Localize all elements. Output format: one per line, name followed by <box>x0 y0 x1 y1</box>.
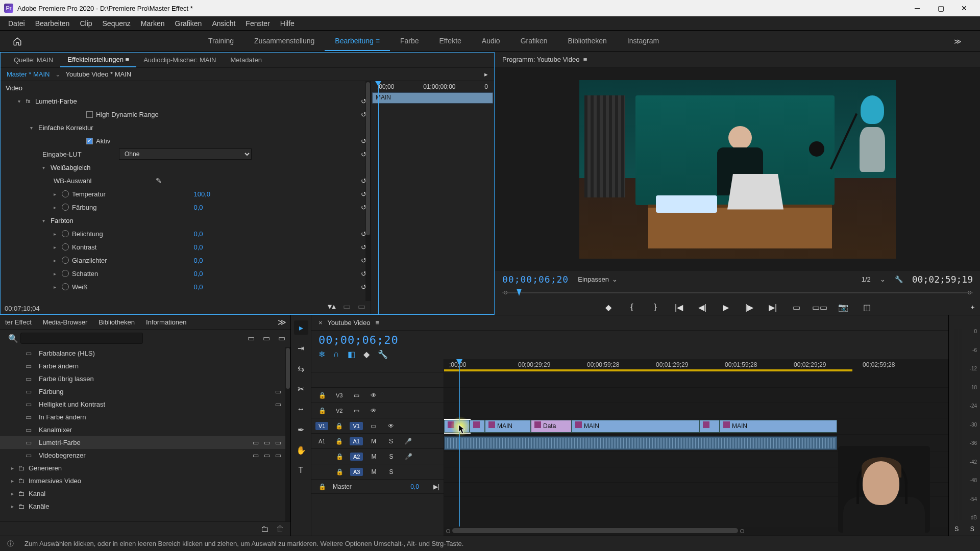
track-select-tool-icon[interactable]: ⇥ <box>294 341 308 355</box>
resolution-dropdown[interactable]: 1/2 <box>862 276 871 283</box>
workspace-tab-grafiken[interactable]: Grafiken <box>510 32 558 51</box>
menu-hilfe[interactable]: Hilfe <box>275 17 300 30</box>
effect-folder[interactable]: ▸🗀Kanal <box>0 487 290 500</box>
property-value[interactable]: 0,0 <box>194 204 235 211</box>
button-editor-icon[interactable]: ＋ <box>969 303 976 312</box>
expand-icon[interactable]: ▸ <box>54 191 62 197</box>
preset-vr-icon[interactable]: ▭ <box>278 334 285 343</box>
lut-dropdown[interactable]: Ohne <box>119 148 252 160</box>
step-forward-icon[interactable]: |▶ <box>743 301 755 313</box>
home-icon[interactable] <box>10 34 24 48</box>
filter-icon[interactable]: ▾▴ <box>328 302 336 311</box>
window-close-button[interactable]: ✕ <box>952 0 976 16</box>
fx-badge-icon[interactable] <box>575 421 582 428</box>
workspace-tab-instagram[interactable]: Instagram <box>617 32 669 51</box>
hand-tool-icon[interactable]: ✋ <box>294 443 308 457</box>
project-tab[interactable]: Informationen <box>146 318 187 326</box>
program-scrubber[interactable] <box>502 289 973 296</box>
stopwatch-icon[interactable] <box>62 243 69 251</box>
eyedropper-icon[interactable]: ✎ <box>156 177 162 185</box>
marker-icon[interactable]: ◆ <box>363 349 370 359</box>
workspace-tab-audio[interactable]: Audio <box>472 32 510 51</box>
expand-icon[interactable]: ▸ <box>54 258 62 263</box>
source-tab[interactable]: Audioclip-Mischer: MAIN <box>136 53 223 67</box>
sequence-clip-link[interactable]: Youtube Video * MAIN <box>66 70 132 78</box>
fx-badge-icon[interactable] <box>534 421 541 428</box>
pen-tool-icon[interactable]: ✒ <box>294 422 308 437</box>
menu-ansicht[interactable]: Ansicht <box>207 17 240 30</box>
property-value[interactable]: 0,0 <box>194 243 235 251</box>
settings-wrench-icon[interactable]: 🔧 <box>378 349 388 359</box>
workspace-tab-effekte[interactable]: Effekte <box>429 32 472 51</box>
step-back-icon[interactable]: ◀| <box>696 301 708 313</box>
timeline-clip[interactable]: MAIN <box>720 420 837 433</box>
timeline-clip[interactable] <box>699 420 720 433</box>
timeline-clip[interactable]: MAIN <box>485 420 531 433</box>
fx-badge-icon[interactable] <box>448 421 454 428</box>
stopwatch-icon[interactable] <box>62 230 69 237</box>
panel-overflow-icon[interactable]: ≫ <box>278 317 286 327</box>
delete-icon[interactable]: 🗑 <box>276 524 284 534</box>
comparison-view-icon[interactable]: ◫ <box>861 301 873 313</box>
fx-badge-icon[interactable] <box>473 421 480 428</box>
track-header-a3[interactable]: 🔒A3MS <box>311 464 444 480</box>
expand-icon[interactable]: ▸ <box>54 284 62 290</box>
chevron-down-icon[interactable]: ⌄ <box>612 276 618 283</box>
linked-selection-icon[interactable]: ∩ <box>333 349 339 359</box>
source-tab[interactable]: Quelle: MAIN <box>7 53 60 67</box>
master-clip-link[interactable]: Master * MAIN <box>7 70 50 78</box>
program-timecode[interactable]: 00;00;06;20 <box>502 274 569 285</box>
fx-badge-icon[interactable] <box>488 421 495 428</box>
menu-grafiken[interactable]: Grafiken <box>170 17 207 30</box>
project-tab[interactable]: Media-Browser <box>43 318 87 326</box>
expand-icon[interactable]: ▸ <box>54 244 62 250</box>
timeline-timecode[interactable]: 00;00;06;20 <box>318 334 399 346</box>
property-value[interactable]: 0,0 <box>194 283 235 291</box>
effect-folder[interactable]: ▸🗀Generieren <box>0 462 290 474</box>
track-header-v1[interactable]: V1🔒V1▭👁 <box>311 418 444 434</box>
export-frame-icon[interactable]: 📷 <box>837 301 849 313</box>
stopwatch-icon[interactable] <box>62 283 69 290</box>
expand-icon[interactable]: ▸ <box>54 205 62 210</box>
fx-badge-icon[interactable]: fx <box>26 98 35 104</box>
source-tab[interactable]: Effekteinstellungen ≡ <box>60 53 136 67</box>
ripple-tool-icon[interactable]: ⇆ <box>294 361 308 375</box>
stopwatch-icon[interactable] <box>62 190 69 197</box>
hdr-checkbox[interactable] <box>86 111 93 118</box>
track-header-v2[interactable]: 🔒V2▭👁 <box>311 403 444 418</box>
property-value[interactable]: 0,0 <box>194 257 235 264</box>
stopwatch-icon[interactable] <box>62 257 69 264</box>
window-maximize-button[interactable]: ▢ <box>929 0 952 16</box>
timeline-clip[interactable]: Data <box>531 420 572 433</box>
timeline-clip[interactable]: MAIN <box>572 420 699 433</box>
project-tab[interactable]: Bibliotheken <box>99 318 135 326</box>
menu-fenster[interactable]: Fenster <box>240 17 275 30</box>
effect-item[interactable]: ▭Farbbalance (HLS) <box>0 347 290 360</box>
workspace-tab-bearbeitung[interactable]: Bearbeitung ≡ <box>325 32 390 51</box>
preset-cc-icon[interactable]: ▭ <box>263 334 270 343</box>
settings-wrench-icon[interactable]: 🔧 <box>895 276 903 283</box>
timeline-clip[interactable] <box>444 420 470 433</box>
extract-icon[interactable]: ▭▭ <box>814 301 826 313</box>
workspace-tab-bibliotheken[interactable]: Bibliotheken <box>558 32 617 51</box>
track-header-a2[interactable]: 🔒A2MS🎤 <box>311 449 444 464</box>
effect-item[interactable]: ▭Helligkeit und Kontrast▭ <box>0 398 290 411</box>
add-marker-icon[interactable]: ◧ <box>348 349 355 359</box>
expand-icon[interactable]: ▸ <box>54 271 62 277</box>
track-header-a1[interactable]: A1🔒A1MS🎤 <box>311 434 444 449</box>
effect-item[interactable]: ▭In Farbe ändern <box>0 411 290 423</box>
property-value[interactable]: 0,0 <box>194 230 235 238</box>
panel-menu-icon[interactable]: ≡ <box>583 56 587 63</box>
panel-menu-icon[interactable]: ≡ <box>375 319 379 327</box>
tone-header[interactable]: ▾ Farbton <box>1 214 371 227</box>
snap-icon[interactable]: ❄ <box>318 349 325 359</box>
play-icon[interactable]: ▶ <box>720 301 732 313</box>
effect-item[interactable]: ▭Kanalmixer <box>0 423 290 436</box>
effect-folder[interactable]: ▸🗀Immersives Video <box>0 474 290 487</box>
menu-sequenz[interactable]: Sequenz <box>97 17 136 30</box>
effect-item[interactable]: ▭Lumetri-Farbe▭▭▭ <box>0 436 290 449</box>
ec-clip-bar[interactable]: MAIN <box>372 92 493 104</box>
menu-clip[interactable]: Clip <box>75 17 97 30</box>
source-tab[interactable]: Metadaten <box>223 53 268 67</box>
chevron-down-icon[interactable]: ⌄ <box>880 276 886 283</box>
